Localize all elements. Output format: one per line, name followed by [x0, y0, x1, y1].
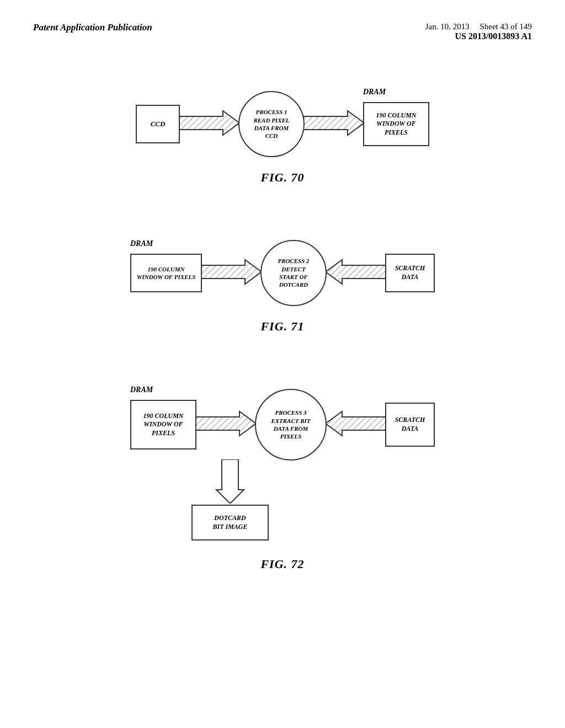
- publication-label: Patent Application Publication: [33, 22, 152, 33]
- svg-marker-5: [201, 260, 262, 284]
- arrow-2: [303, 106, 364, 142]
- dram-label-71: DRAM: [130, 238, 153, 248]
- date-sheet: Jan. 10, 2013 Sheet 43 of 149: [425, 22, 532, 31]
- arrow-1: [179, 106, 239, 142]
- input-box-71: 190 COLUMN WINDOW OF PIXELS: [130, 254, 202, 292]
- input-box-72: 190 COLUMN WINDOW OF PIXELS: [130, 400, 196, 449]
- svg-marker-1: [179, 111, 239, 135]
- figure-72-section: DRAM 190 COLUMN WINDOW OF PIXELS: [33, 361, 532, 571]
- process3-circle: PROCESS 3 EXTRACT BIT DATA FROM PIXELS: [255, 389, 327, 461]
- arrow-72-right: [326, 407, 386, 442]
- fig72-top-row: DRAM 190 COLUMN WINDOW OF PIXELS: [130, 389, 435, 461]
- arrow-72-down: [214, 459, 247, 506]
- scratch-box-72: SCRATCH DATA: [385, 403, 435, 447]
- dotcard-box-72: DOTCARD BIT IMAGE: [191, 505, 269, 540]
- process2-circle: PROCESS 2 DETECT START OF DOTCARD: [260, 240, 327, 306]
- process1-circle: PROCESS 1 READ PIXEL DATA FROM CCD: [238, 91, 305, 157]
- arrow-71-left: [201, 255, 262, 291]
- arrow-71-right: [326, 255, 386, 291]
- svg-marker-12: [216, 459, 244, 504]
- ccd-box: CCD: [136, 105, 180, 143]
- dram-label-72: DRAM: [130, 384, 153, 394]
- figure-71-section: DRAM 190 COLUMN WINDOW OF PIXELS: [33, 212, 532, 334]
- arrow-72-left: [195, 407, 256, 442]
- date: Jan. 10, 2013: [425, 22, 470, 31]
- page-header: Patent Application Publication Jan. 10, …: [0, 0, 565, 52]
- fig72-diagram: DRAM 190 COLUMN WINDOW OF PIXELS: [33, 361, 532, 546]
- header-right: Jan. 10, 2013 Sheet 43 of 149 US 2013/00…: [425, 22, 532, 41]
- fig71-diagram: DRAM 190 COLUMN WINDOW OF PIXELS: [33, 212, 532, 312]
- fig70-diagram: CCD PROCESS 1 READ PIXEL: [33, 63, 532, 163]
- scratch-box-71: SCRATCH DATA: [385, 254, 435, 292]
- fig71-caption: FIG. 71: [33, 319, 532, 334]
- output-box-70: 190 COLUMN WINDOW OF PIXELS: [363, 102, 429, 146]
- fig70-caption: FIG. 70: [33, 170, 532, 185]
- figure-70-section: CCD PROCESS 1 READ PIXEL: [33, 63, 532, 185]
- svg-marker-3: [303, 111, 364, 135]
- dram-label-70: DRAM: [363, 87, 386, 97]
- main-content: CCD PROCESS 1 READ PIXEL: [0, 52, 565, 621]
- sheet: Sheet 43 of 149: [479, 22, 532, 31]
- svg-marker-9: [195, 411, 256, 436]
- fig72-caption: FIG. 72: [33, 557, 532, 571]
- svg-marker-11: [326, 411, 386, 436]
- svg-marker-7: [326, 260, 386, 284]
- patent-number: US 2013/0013893 A1: [425, 31, 532, 41]
